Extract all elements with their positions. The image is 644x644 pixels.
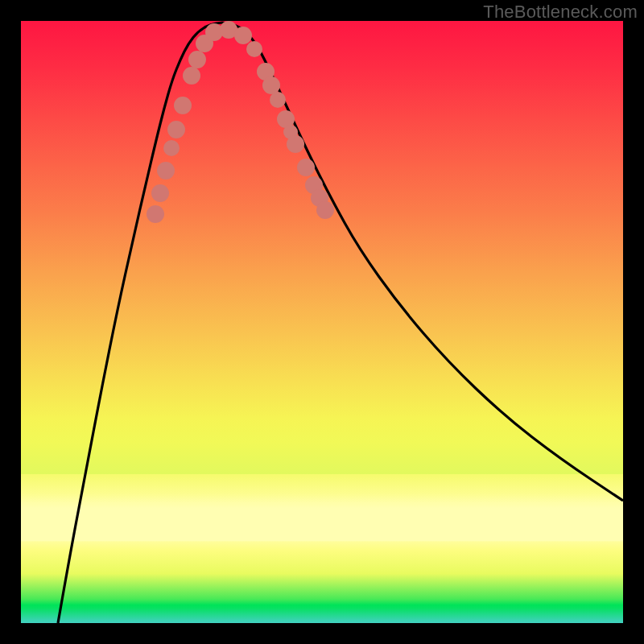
- data-marker: [262, 76, 280, 94]
- data-marker: [174, 97, 192, 114]
- bottleneck-curve: [58, 23, 623, 623]
- data-marker: [157, 162, 175, 180]
- data-marker: [287, 135, 304, 153]
- data-marker: [246, 41, 262, 57]
- data-marker: [188, 51, 206, 68]
- data-marker: [316, 201, 334, 219]
- chart-svg: [21, 21, 623, 623]
- data-marker: [270, 92, 286, 108]
- chart-frame: [21, 21, 623, 623]
- data-marker: [234, 27, 252, 44]
- curve-layer: [58, 23, 623, 623]
- data-marker: [151, 184, 169, 202]
- data-marker: [163, 140, 180, 156]
- data-marker: [183, 67, 200, 85]
- data-marker: [167, 121, 185, 138]
- data-marker: [147, 205, 164, 223]
- watermark-text: TheBottleneck.com: [483, 2, 638, 23]
- data-marker: [297, 159, 315, 176]
- marker-layer: [147, 21, 334, 223]
